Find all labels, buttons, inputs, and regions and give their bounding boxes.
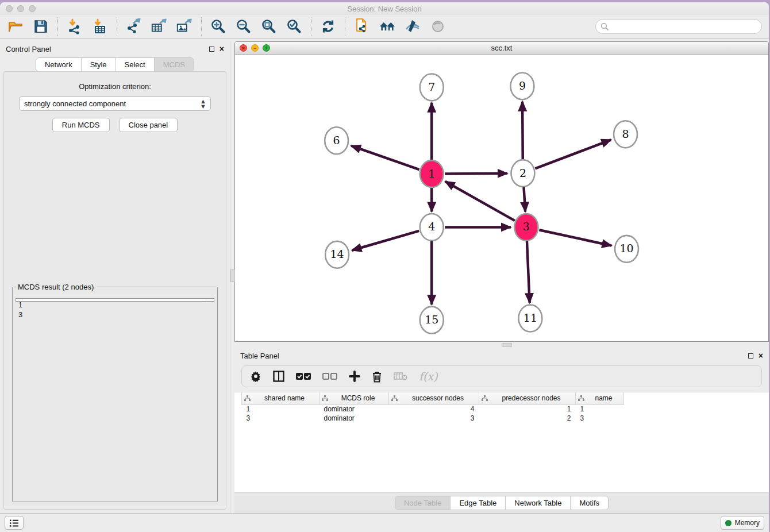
edge-1-6[interactable] — [351, 146, 419, 169]
edge-3-1[interactable] — [445, 182, 515, 221]
minimize-window-button[interactable] — [17, 5, 24, 12]
window-title: Session: New Session — [347, 5, 421, 13]
graph-node-10[interactable]: 10 — [615, 236, 638, 263]
table-cell[interactable]: dominator — [319, 404, 389, 414]
home-view-icon[interactable] — [379, 18, 396, 35]
apply-style-icon[interactable] — [404, 18, 421, 35]
column-header-name[interactable]: name — [576, 392, 624, 404]
table-cell[interactable]: 4 — [389, 404, 479, 414]
export-table-icon[interactable] — [151, 18, 168, 35]
toggle-panel-view-icon[interactable] — [273, 371, 284, 382]
zoom-fit-icon[interactable] — [260, 18, 278, 35]
graph-node-6[interactable]: 6 — [325, 127, 348, 154]
graph-node-15[interactable]: 15 — [420, 307, 444, 334]
panel-splitter-horizontal[interactable] — [234, 342, 769, 348]
graph-node-3[interactable]: 3 — [514, 214, 538, 241]
export-image-icon[interactable] — [176, 18, 193, 35]
edge-2-9[interactable] — [522, 102, 523, 160]
edge-2-8[interactable] — [535, 140, 611, 168]
table-cell[interactable]: 3 — [576, 414, 624, 423]
column-header-MCDS-role[interactable]: MCDS role — [319, 392, 389, 404]
splitter-handle[interactable] — [230, 269, 235, 282]
tab-mcds[interactable]: MCDS — [155, 58, 194, 71]
criterion-select[interactable]: strongly connected component ▲▼ — [19, 97, 211, 111]
mcds-result-textarea[interactable]: 13 — [16, 298, 214, 302]
network-minimize-button[interactable]: − — [251, 44, 259, 52]
tab-style[interactable]: Style — [82, 58, 116, 71]
edge-1-2[interactable] — [445, 174, 507, 174]
table-cell[interactable]: dominator — [319, 414, 389, 423]
graph-node-8[interactable]: 8 — [614, 121, 637, 148]
optimization-criterion-label: Optimization criterion: — [10, 82, 220, 91]
svg-text:1: 1 — [428, 167, 435, 180]
memory-status-dot — [725, 520, 732, 526]
tab-edge-table[interactable]: Edge Table — [451, 496, 506, 510]
tab-select[interactable]: Select — [116, 58, 155, 71]
close-panel-icon[interactable]: × — [759, 353, 763, 358]
table-cell[interactable]: 1 — [242, 404, 319, 414]
network-close-button[interactable]: × — [240, 44, 247, 52]
graph-node-2[interactable]: 2 — [511, 160, 534, 187]
duplicate-network-icon[interactable] — [353, 18, 371, 35]
table-row[interactable]: 1dominator411 — [242, 404, 624, 414]
import-network-icon[interactable] — [66, 18, 83, 35]
table-cell[interactable]: 1 — [576, 404, 624, 414]
save-session-icon[interactable] — [32, 18, 49, 35]
edge-3-11[interactable] — [527, 240, 530, 303]
graph-node-1[interactable]: 1 — [420, 160, 444, 187]
graph-node-4[interactable]: 4 — [420, 214, 444, 241]
table-cell[interactable]: 3 — [242, 414, 319, 423]
task-history-button[interactable] — [5, 516, 24, 530]
table-settings-icon[interactable] — [250, 371, 261, 382]
table-cell[interactable]: 2 — [479, 414, 576, 423]
zoom-in-icon[interactable] — [210, 18, 227, 35]
edge-4-14[interactable] — [352, 231, 419, 250]
search-input[interactable] — [595, 19, 762, 34]
network-view-window: × − + scc.txt 7968124314101511 — [234, 41, 769, 342]
close-window-button[interactable] — [6, 5, 13, 12]
column-header-successor-nodes[interactable]: successor nodes — [389, 392, 479, 404]
table-cell[interactable]: 1 — [479, 404, 576, 414]
delete-table-disabled-icon — [394, 372, 407, 381]
edge-2-3[interactable] — [523, 186, 525, 211]
splitter-handle[interactable] — [502, 343, 512, 347]
network-maximize-button[interactable]: + — [263, 44, 270, 52]
deselect-all-columns-icon[interactable] — [322, 372, 337, 380]
maximize-window-button[interactable] — [29, 5, 36, 12]
open-file-icon[interactable] — [7, 18, 24, 35]
edge-3-10[interactable] — [539, 230, 611, 245]
delete-column-icon[interactable] — [372, 371, 382, 383]
table-cell[interactable]: 3 — [389, 414, 479, 423]
tab-network[interactable]: Network — [36, 58, 82, 71]
zoom-selected-icon[interactable] — [286, 18, 303, 35]
run-mcds-button[interactable]: Run MCDS — [52, 118, 110, 132]
float-panel-icon[interactable] — [748, 353, 753, 358]
select-all-columns-icon[interactable] — [296, 372, 311, 380]
table-toolbar: f(x) — [241, 365, 762, 387]
import-table-icon[interactable] — [91, 18, 109, 35]
graph-node-14[interactable]: 14 — [325, 241, 349, 268]
toolbar-separator — [311, 17, 311, 36]
graph-node-11[interactable]: 11 — [518, 305, 542, 332]
refresh-view-icon[interactable] — [319, 18, 337, 35]
export-network-icon[interactable] — [125, 18, 143, 35]
add-column-icon[interactable] — [349, 371, 360, 382]
graph-node-9[interactable]: 9 — [510, 72, 534, 99]
column-header-predecessor-nodes[interactable]: predecessor nodes — [479, 392, 576, 404]
tab-node-table[interactable]: Node Table — [395, 496, 451, 510]
result-scrollbar[interactable] — [206, 299, 213, 300]
table-row[interactable]: 3dominator323 — [242, 414, 624, 423]
network-graph[interactable]: 7968124314101511 — [235, 55, 768, 341]
network-window-titlebar[interactable]: × − + scc.txt — [235, 42, 768, 55]
network-canvas[interactable]: 7968124314101511 — [235, 55, 768, 341]
memory-button[interactable]: Memory — [721, 516, 764, 530]
panel-splitter-vertical[interactable] — [230, 41, 234, 513]
column-header-shared-name[interactable]: shared name — [242, 392, 319, 404]
graph-node-7[interactable]: 7 — [420, 74, 444, 101]
close-panel-icon[interactable]: × — [220, 47, 224, 52]
float-panel-icon[interactable] — [209, 47, 214, 52]
zoom-out-icon[interactable] — [235, 18, 252, 35]
close-panel-button[interactable]: Close panel — [119, 118, 178, 132]
tab-network-table[interactable]: Network Table — [506, 496, 571, 510]
tab-motifs[interactable]: Motifs — [571, 496, 608, 510]
